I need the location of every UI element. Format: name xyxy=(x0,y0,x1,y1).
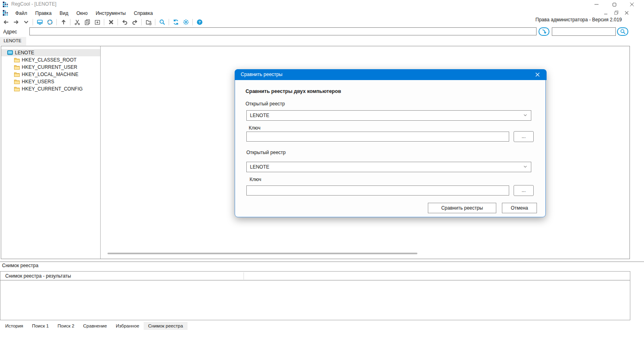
registry1-combobox[interactable]: LENOTE xyxy=(246,110,531,121)
key1-input[interactable] xyxy=(246,132,509,142)
forward-button[interactable] xyxy=(11,18,21,26)
reload-button[interactable] xyxy=(45,18,55,26)
folder-icon xyxy=(14,64,20,70)
compare-registries-button[interactable]: Сравнить реестры xyxy=(428,203,496,213)
mdi-close-icon[interactable] xyxy=(623,10,630,16)
undo-button[interactable] xyxy=(120,18,130,26)
dialog-title: Сравнить реестры xyxy=(241,72,283,77)
tree-item-label: HKEY_CLASSES_ROOT xyxy=(22,57,76,63)
bottom-tab-сравнение[interactable]: Сравнение xyxy=(79,322,111,330)
bottom-tab-bar: ИсторияПоиск 1Поиск 2СравнениеИзбранноеС… xyxy=(1,322,188,330)
toolbar-separator xyxy=(155,19,155,25)
close-icon[interactable] xyxy=(623,0,641,9)
computer-icon xyxy=(37,19,43,25)
computer-button[interactable] xyxy=(35,18,45,26)
folder-icon xyxy=(14,71,20,78)
registry-tree-pane: LENOTEHKEY_CLASSES_ROOTHKEY_CURRENT_USER… xyxy=(1,46,101,259)
tree-item-hkey_users[interactable]: HKEY_USERS xyxy=(1,78,100,85)
mdi-restore-icon[interactable] xyxy=(613,10,620,16)
dialog-close-icon[interactable] xyxy=(529,69,546,80)
toolbar-separator xyxy=(56,19,57,25)
bottom-tab-избранное[interactable]: Избранное xyxy=(111,322,144,330)
menu-справка[interactable]: Справка xyxy=(130,10,157,17)
help-icon: ? xyxy=(196,19,203,25)
copy-icon xyxy=(84,19,91,25)
tree-item-label: HKEY_CURRENT_CONFIG xyxy=(22,86,83,92)
tree-item-hkey_classes_root[interactable]: HKEY_CLASSES_ROOT xyxy=(1,56,100,64)
browse1-button[interactable]: ... xyxy=(514,131,534,142)
app-logo-icon xyxy=(3,2,9,8)
scrollbar-thumb[interactable] xyxy=(107,253,417,254)
mdi-child-logo-icon[interactable] xyxy=(3,10,9,16)
chevron-down-icon xyxy=(23,19,29,25)
redo-icon xyxy=(132,19,138,25)
menu-bar: ФайлПравкаВидОкноИнструментыСправка xyxy=(0,9,644,17)
quick-search-input[interactable] xyxy=(552,27,616,36)
menu-вид[interactable]: Вид xyxy=(56,10,72,17)
forward-icon xyxy=(13,19,19,25)
search-button[interactable] xyxy=(157,18,167,26)
registry1-value: LENOTE xyxy=(250,113,269,118)
delete-button[interactable] xyxy=(106,18,116,26)
computer-node-icon xyxy=(7,49,13,56)
help-button[interactable]: ? xyxy=(194,18,204,26)
dialog-title-bar: Сравнить реестры xyxy=(235,69,547,80)
refresh-button[interactable] xyxy=(171,18,181,26)
browse1-label: ... xyxy=(522,134,526,139)
paste-button[interactable] xyxy=(92,18,102,26)
document-tab-lenote[interactable]: LENOTE xyxy=(0,37,26,45)
minimize-icon[interactable] xyxy=(588,0,605,9)
menu-окно[interactable]: Окно xyxy=(72,10,92,17)
settings-button[interactable] xyxy=(181,18,191,26)
tree-item-hkey_local_machine[interactable]: HKEY_LOCAL_MACHINE xyxy=(1,71,100,78)
mdi-minimize-icon[interactable] xyxy=(602,10,609,16)
cut-button[interactable] xyxy=(72,18,82,26)
menu-инструменты[interactable]: Инструменты xyxy=(92,10,130,17)
browse2-label: ... xyxy=(522,187,526,193)
registry1-label: Открытый реестр xyxy=(246,101,285,107)
bottom-tab-снимок-реестра[interactable]: Снимок реестра xyxy=(144,322,188,330)
quick-search-button[interactable] xyxy=(617,27,628,36)
redo-button[interactable] xyxy=(130,18,140,26)
chevron-down-button[interactable] xyxy=(21,18,31,26)
column-divider[interactable] xyxy=(244,272,244,280)
tree-item-hkey_current_config[interactable]: HKEY_CURRENT_CONFIG xyxy=(1,85,100,93)
registry2-combobox[interactable]: LENOTE xyxy=(246,162,531,172)
up-button[interactable] xyxy=(58,18,68,26)
bottom-tab-история[interactable]: История xyxy=(1,322,28,330)
snapshot-results-panel: Снимок реестра - результаты xyxy=(0,271,630,320)
menu-правка[interactable]: Правка xyxy=(31,10,56,17)
cancel-button-label: Отмена xyxy=(511,205,528,211)
tree-item-hkey_current_user[interactable]: HKEY_CURRENT_USER xyxy=(1,64,100,71)
address-input[interactable] xyxy=(29,27,537,35)
toolbar-separator xyxy=(192,19,193,25)
chevron-down-icon xyxy=(523,113,528,119)
toolbar-separator xyxy=(169,19,169,25)
key2-input[interactable] xyxy=(246,185,509,196)
copy-button[interactable] xyxy=(82,18,92,26)
results-header-label: Снимок реестра - результаты xyxy=(0,273,71,279)
paste-icon xyxy=(94,19,101,25)
admin-version-status: Права администратора - Версия 2.019 xyxy=(535,17,622,23)
registry2-value: LENOTE xyxy=(250,164,269,170)
bottom-tab-поиск-2[interactable]: Поиск 2 xyxy=(53,322,78,330)
folder-icon xyxy=(14,57,20,63)
up-icon xyxy=(60,19,67,25)
back-button[interactable] xyxy=(1,18,11,26)
menu-файл[interactable]: Файл xyxy=(11,10,31,17)
bottom-tab-поиск-1[interactable]: Поиск 1 xyxy=(28,322,53,330)
folder-icon xyxy=(14,78,20,85)
cancel-button[interactable]: Отмена xyxy=(502,203,537,213)
address-bar: Адрес xyxy=(0,27,644,37)
browse2-button[interactable]: ... xyxy=(514,185,534,196)
horizontal-scrollbar[interactable] xyxy=(102,252,629,255)
dialog-heading: Сравнить реестры двух компьютеров xyxy=(246,89,341,94)
results-column-header[interactable]: Снимок реестра - результаты xyxy=(0,272,630,280)
search-icon xyxy=(620,29,626,35)
maximize-icon[interactable] xyxy=(605,0,623,9)
title-bar: RegCool - [LENOTE] xyxy=(0,0,644,9)
go-button[interactable] xyxy=(539,27,549,36)
tree-item-lenote[interactable]: LENOTE xyxy=(1,49,100,56)
search-icon xyxy=(159,19,165,25)
new-key-button[interactable] xyxy=(143,18,153,26)
